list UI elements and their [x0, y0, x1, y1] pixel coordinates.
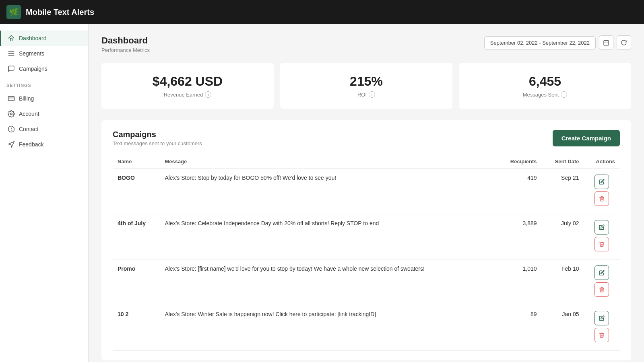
- campaign-name-3: 10 2: [113, 305, 160, 351]
- revenue-info-icon[interactable]: i: [205, 91, 211, 98]
- messages-info-icon[interactable]: i: [561, 91, 567, 98]
- dashboard-subtitle: Performance Metrics: [101, 47, 150, 53]
- campaign-actions-3: [584, 305, 620, 351]
- edit-button-3[interactable]: [594, 311, 609, 325]
- campaign-actions-1: [584, 214, 620, 260]
- campaigns-subtitle: Text messages sent to your customers: [113, 140, 202, 146]
- actions-cell-2: [588, 265, 615, 299]
- campaign-sent-date-2: Feb 10: [542, 260, 584, 305]
- campaign-actions-0: [584, 169, 620, 214]
- col-header-sent-date: Sent Date: [542, 154, 584, 169]
- delete-button-3[interactable]: [594, 328, 609, 342]
- revenue-label: Revenue Earned i: [164, 91, 212, 98]
- metric-card-revenue: $4,662 USD Revenue Earned i: [101, 63, 274, 109]
- metrics-row: $4,662 USD Revenue Earned i 215% ROI i 6…: [101, 63, 631, 109]
- sidebar-label-dashboard: Dashboard: [19, 35, 47, 41]
- campaign-recipients-0: 419: [497, 169, 542, 214]
- svg-rect-3: [8, 97, 14, 101]
- sidebar-item-account[interactable]: Account: [0, 106, 88, 121]
- campaigns-icon: [8, 65, 15, 72]
- sidebar-item-dashboard[interactable]: Dashboard: [0, 31, 88, 46]
- svg-point-5: [10, 113, 12, 115]
- campaign-sent-date-0: Sep 21: [542, 169, 584, 214]
- edit-button-0[interactable]: [594, 175, 609, 189]
- sidebar: Dashboard Segments Campaigns SETTINGS Bi…: [0, 24, 89, 362]
- app-title: Mobile Text Alerts: [26, 8, 94, 17]
- campaign-recipients-3: 89: [497, 305, 542, 351]
- campaign-message-3: Alex's Store: Winter Sale is happenign n…: [160, 305, 496, 351]
- metric-card-roi: 215% ROI i: [280, 63, 452, 109]
- edit-button-1[interactable]: [594, 220, 609, 234]
- settings-section-label: SETTINGS: [0, 76, 88, 91]
- table-row: BOGO Alex's Store: Stop by today for BOG…: [113, 169, 620, 214]
- table-row: 4th of July Alex's Store: Celebrate Inde…: [113, 214, 620, 260]
- col-header-actions: Actions: [584, 154, 620, 169]
- campaigns-section-header: Campaigns Text messages sent to your cus…: [113, 130, 620, 146]
- campaign-name-1: 4th of July: [113, 214, 160, 260]
- col-header-recipients: Recipients: [497, 154, 542, 169]
- col-header-name: Name: [113, 154, 160, 169]
- campaign-recipients-2: 1,010: [497, 260, 542, 305]
- segments-icon: [8, 50, 15, 57]
- date-range-button[interactable]: September 02, 2022 - September 22, 2022: [484, 36, 596, 49]
- table-row: Promo Alex's Store: [first name] we'd lo…: [113, 260, 620, 305]
- delete-button-2[interactable]: [594, 282, 609, 297]
- col-header-message: Message: [160, 154, 496, 169]
- date-range-controls: September 02, 2022 - September 22, 2022: [484, 35, 631, 50]
- date-range-text: September 02, 2022 - September 22, 2022: [490, 40, 590, 46]
- sidebar-label-contact: Contact: [19, 126, 38, 132]
- actions-cell-0: [588, 175, 615, 208]
- refresh-icon-button[interactable]: [617, 35, 631, 50]
- svg-rect-10: [604, 41, 609, 45]
- roi-value: 215%: [350, 74, 383, 89]
- actions-cell-1: [588, 220, 615, 254]
- delete-button-1[interactable]: [594, 237, 609, 251]
- top-bar: 🌿 Mobile Text Alerts: [0, 0, 644, 24]
- create-campaign-button[interactable]: Create Campaign: [553, 130, 620, 146]
- roi-label: ROI i: [357, 91, 375, 98]
- campaign-message-0: Alex's Store: Stop by today for BOGO 50%…: [160, 169, 496, 214]
- delete-button-0[interactable]: [594, 191, 609, 206]
- svg-marker-9: [8, 142, 14, 147]
- campaign-name-2: Promo: [113, 260, 160, 305]
- app-logo: 🌿: [6, 5, 21, 19]
- metric-card-messages: 6,455 Messages Sent i: [459, 63, 631, 109]
- campaign-message-2: Alex's Store: [first name] we'd love for…: [160, 260, 496, 305]
- sidebar-label-account: Account: [19, 111, 39, 117]
- sidebar-item-contact[interactable]: Contact: [0, 121, 88, 137]
- sidebar-item-billing[interactable]: Billing: [0, 91, 88, 106]
- sidebar-item-feedback[interactable]: Feedback: [0, 137, 88, 152]
- revenue-value: $4,662 USD: [153, 74, 223, 89]
- messages-label: Messages Sent i: [523, 91, 568, 98]
- dashboard-title: Dashboard: [101, 35, 150, 46]
- roi-info-icon[interactable]: i: [369, 91, 375, 98]
- sidebar-label-feedback: Feedback: [19, 141, 43, 148]
- campaign-sent-date-1: July 02: [542, 214, 584, 260]
- sidebar-label-billing: Billing: [19, 95, 34, 102]
- messages-value: 6,455: [529, 74, 561, 89]
- sidebar-label-segments: Segments: [19, 50, 44, 57]
- campaign-message-1: Alex's Store: Celebrate Independence Day…: [160, 214, 496, 260]
- dashboard-header: Dashboard Performance Metrics September …: [101, 35, 631, 53]
- campaigns-section: Campaigns Text messages sent to your cus…: [101, 120, 631, 360]
- campaign-name-0: BOGO: [113, 169, 160, 214]
- campaign-recipients-1: 3,889: [497, 214, 542, 260]
- actions-cell-3: [588, 311, 615, 345]
- table-row: 10 2 Alex's Store: Winter Sale is happen…: [113, 305, 620, 351]
- sidebar-item-segments[interactable]: Segments: [0, 46, 88, 61]
- calendar-icon-button[interactable]: [599, 35, 613, 50]
- sidebar-item-campaigns[interactable]: Campaigns: [0, 61, 88, 76]
- campaigns-table: Name Message Recipients Sent Date Action…: [113, 154, 620, 351]
- contact-icon: [8, 125, 15, 133]
- campaigns-title-block: Campaigns Text messages sent to your cus…: [113, 130, 202, 146]
- home-icon: [8, 35, 15, 42]
- sidebar-label-campaigns: Campaigns: [19, 66, 47, 72]
- account-icon: [8, 110, 15, 117]
- campaign-actions-2: [584, 260, 620, 305]
- edit-button-2[interactable]: [594, 265, 609, 280]
- main-content: Dashboard Performance Metrics September …: [89, 24, 644, 362]
- campaigns-title: Campaigns: [113, 130, 202, 139]
- dashboard-title-block: Dashboard Performance Metrics: [101, 35, 150, 53]
- feedback-icon: [8, 141, 15, 148]
- campaign-sent-date-3: Jan 05: [542, 305, 584, 351]
